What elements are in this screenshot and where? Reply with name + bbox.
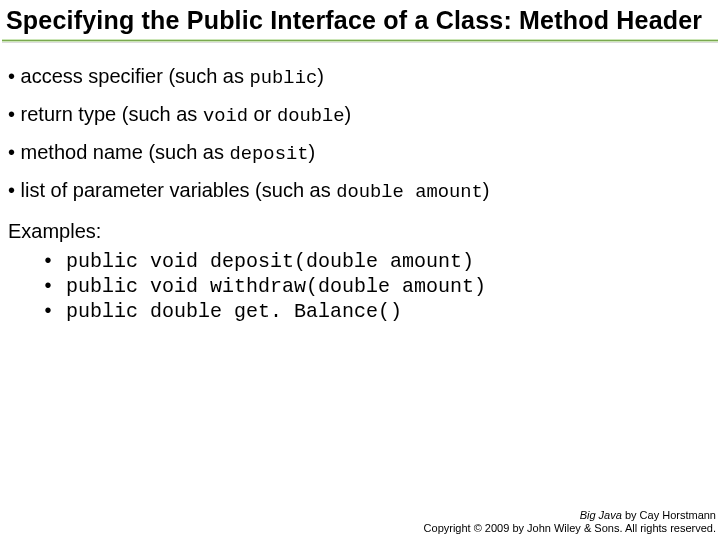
bullet-2-post: ) — [345, 103, 352, 125]
example-3: • public double get. Balance() — [42, 299, 712, 324]
slide-title: Specifying the Public Interface of a Cla… — [0, 0, 720, 39]
bullet-4-code: double amount — [336, 181, 483, 203]
example-1: • public void deposit(double amount) — [42, 249, 712, 274]
bullet-3-pre: • method name (such as — [8, 141, 230, 163]
bullet-3-code: deposit — [230, 143, 309, 165]
title-rule — [0, 39, 720, 53]
bullet-1-post: ) — [317, 65, 324, 87]
bullet-2-code: void — [203, 105, 248, 127]
slide-body: • access specifier (such as public) • re… — [0, 53, 720, 324]
bullet-2-mid: or — [248, 103, 277, 125]
bullet-4-post: ) — [483, 179, 490, 201]
footer-line-1: Big Java by Cay Horstmann — [424, 509, 716, 523]
footer-book: Big Java — [580, 509, 622, 521]
bullet-3: • method name (such as deposit) — [8, 137, 712, 169]
footer-byline: by Cay Horstmann — [622, 509, 716, 521]
bullet-2-pre: • return type (such as — [8, 103, 203, 125]
bullet-1-code: public — [250, 67, 318, 89]
example-2: • public void withdraw(double amount) — [42, 274, 712, 299]
bullet-1: • access specifier (such as public) — [8, 61, 712, 93]
examples-list: • public void deposit(double amount) • p… — [8, 249, 712, 324]
bullet-1-pre: • access specifier (such as — [8, 65, 250, 87]
bullet-2: • return type (such as void or double) — [8, 99, 712, 131]
bullet-4: • list of parameter variables (such as d… — [8, 175, 712, 207]
footer-copyright: Copyright © 2009 by John Wiley & Sons. A… — [424, 522, 716, 536]
bullet-3-post: ) — [308, 141, 315, 163]
bullet-4-pre: • list of parameter variables (such as — [8, 179, 336, 201]
examples-label: Examples: — [8, 216, 712, 247]
bullet-2-code2: double — [277, 105, 345, 127]
footer: Big Java by Cay Horstmann Copyright © 20… — [424, 509, 716, 537]
